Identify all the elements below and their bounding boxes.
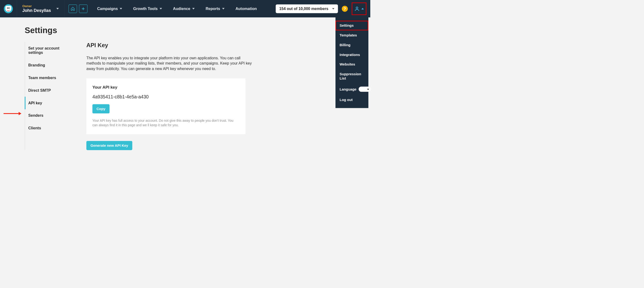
brand-avatar-face <box>5 6 11 12</box>
chevron-down-icon <box>222 8 224 9</box>
sidenav-api-key[interactable]: API key <box>25 97 77 109</box>
nav-automation-label: Automation <box>236 6 257 11</box>
help-button[interactable]: ? <box>342 6 348 12</box>
question-mark-icon: ? <box>344 6 346 11</box>
nav-growth-tools[interactable]: Growth Tools <box>133 6 162 11</box>
nav-campaigns-label: Campaigns <box>97 6 118 11</box>
profile-menu-toggle[interactable] <box>352 2 366 15</box>
copy-button[interactable]: Copy <box>92 104 110 113</box>
owner-name: John Desyllas <box>22 8 51 13</box>
page-title: Settings <box>25 26 370 35</box>
api-key-card: Your API key 4a935411-c8b1-4e5a-a430 Cop… <box>86 78 245 134</box>
top-bar: Owner John Desyllas Campaigns Growth Too… <box>0 0 370 17</box>
profile-dropdown-menu: Settings Templates Billing Integrations … <box>336 17 368 108</box>
settings-sidenav: Set your account settings Branding Team … <box>25 42 77 150</box>
add-button[interactable] <box>79 4 88 13</box>
nav-campaigns[interactable]: Campaigns <box>97 6 122 11</box>
chevron-down-icon <box>160 8 162 9</box>
members-quota-text: 154 out of 10,000 members <box>279 6 328 11</box>
arrow-right-icon <box>18 112 22 115</box>
members-quota-pill[interactable]: 154 out of 10,000 members <box>276 4 338 13</box>
sidenav-branding[interactable]: Branding <box>25 59 77 71</box>
sidenav-team-members[interactable]: Team members <box>25 71 77 84</box>
sidenav-account-settings[interactable]: Set your account settings <box>25 42 77 59</box>
nav-audience[interactable]: Audience <box>173 6 195 11</box>
menu-integrations[interactable]: Integrations <box>336 50 368 59</box>
brand-avatar <box>4 4 13 13</box>
home-icon <box>70 6 75 11</box>
api-key-note: Your API key has full access to your acc… <box>92 118 235 128</box>
sidenav-direct-smtp[interactable]: Direct SMTP <box>25 84 77 97</box>
settings-content: API Key The API key enables you to integ… <box>77 42 255 150</box>
api-key-label: Your API key <box>92 85 240 90</box>
chevron-up-icon <box>362 8 364 9</box>
annotation-arrow-line <box>4 113 18 114</box>
menu-logout[interactable]: Log out <box>336 95 368 105</box>
topbar-right: 154 out of 10,000 members ? <box>276 0 370 17</box>
owner-role-label: Owner <box>22 4 51 8</box>
section-heading: API Key <box>86 42 255 49</box>
person-icon <box>354 6 360 11</box>
home-button[interactable] <box>69 4 77 13</box>
nav-audience-label: Audience <box>173 6 190 11</box>
nav-reports[interactable]: Reports <box>206 6 224 11</box>
menu-language-label: Language <box>340 87 356 91</box>
nav-reports-label: Reports <box>206 6 220 11</box>
svg-point-0 <box>356 7 358 9</box>
chevron-down-icon <box>332 8 334 9</box>
menu-templates[interactable]: Templates <box>336 30 368 40</box>
nav-automation[interactable]: Automation <box>236 6 257 11</box>
menu-language: Language EN <box>336 83 368 95</box>
chevron-down-icon <box>56 8 59 9</box>
menu-suppression-list[interactable]: Suppression List <box>336 69 368 83</box>
section-description: The API key enables you to integrate you… <box>86 55 255 71</box>
generate-api-key-button[interactable]: Generate new API Key <box>86 141 132 150</box>
menu-billing[interactable]: Billing <box>336 40 368 50</box>
page-body: Settings Set your account settings Brand… <box>0 17 370 150</box>
menu-websites[interactable]: Websites <box>336 59 368 69</box>
api-key-value: 4a935411-c8b1-4e5a-a430 <box>92 94 240 99</box>
nav-growth-tools-label: Growth Tools <box>133 6 158 11</box>
owner-switcher[interactable]: Owner John Desyllas <box>17 0 64 17</box>
brand-avatar-segment <box>0 0 17 17</box>
chevron-down-icon <box>192 8 194 9</box>
sidenav-senders[interactable]: Senders <box>25 109 77 122</box>
menu-settings[interactable]: Settings <box>336 21 368 30</box>
primary-nav: Campaigns Growth Tools Audience Reports … <box>92 6 257 11</box>
sidenav-clients[interactable]: Clients <box>25 122 77 135</box>
plus-icon <box>81 7 85 11</box>
annotation-arrow <box>4 112 22 115</box>
language-select[interactable]: EN <box>358 86 370 92</box>
quick-actions <box>64 4 92 13</box>
chevron-down-icon <box>120 8 122 9</box>
